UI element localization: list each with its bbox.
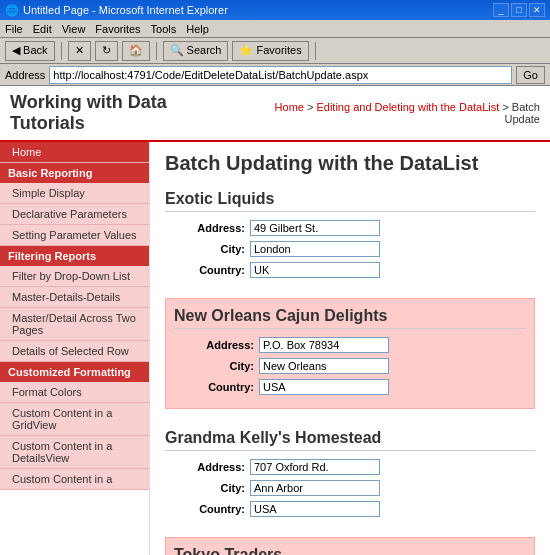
sidebar-item-home[interactable]: Home [0,142,149,163]
city-label-0: City: [185,243,250,255]
address-input-1[interactable] [259,337,389,353]
browser-icon: 🌐 [5,4,19,17]
breadcrumb-home[interactable]: Home [275,101,304,113]
title-bar: 🌐 Untitled Page - Microsoft Internet Exp… [0,0,550,20]
city-row-0: City: [165,241,535,257]
supplier-section-grandma-kellys: Grandma Kelly's Homestead Address: City:… [165,429,535,517]
sidebar-section-basic-reporting: Basic Reporting [0,163,149,183]
country-label-2: Country: [185,503,250,515]
menu-view[interactable]: View [62,23,86,35]
address-row-0: Address: [165,220,535,236]
sidebar-item-declarative-parameters[interactable]: Declarative Parameters [0,204,149,225]
stop-button[interactable]: ✕ [68,41,91,61]
sidebar-section-customized-formatting: Customized Formatting [0,362,149,382]
menu-tools[interactable]: Tools [151,23,177,35]
address-label-1: Address: [194,339,259,351]
address-label-2: Address: [185,461,250,473]
country-input-1[interactable] [259,379,389,395]
menu-bar: File Edit View Favorites Tools Help [0,20,550,38]
supplier-section-exotic-liquids: Exotic Liquids Address: City: Country: [165,190,535,278]
toolbar-separator2 [156,42,157,60]
address-input[interactable] [49,66,512,84]
city-input-1[interactable] [259,358,389,374]
sidebar-item-details-selected-row[interactable]: Details of Selected Row [0,341,149,362]
sidebar-item-master-details[interactable]: Master-Details-Details [0,287,149,308]
address-bar: Address Go [0,64,550,86]
sidebar-item-simple-display[interactable]: Simple Display [0,183,149,204]
menu-favorites[interactable]: Favorites [95,23,140,35]
breadcrumb-section[interactable]: Editing and Deleting with the DataList [316,101,499,113]
city-label-1: City: [194,360,259,372]
city-row-2: City: [165,480,535,496]
search-button[interactable]: 🔍 Search [163,41,229,61]
sidebar-section-filtering-reports: Filtering Reports [0,246,149,266]
go-button[interactable]: Go [516,66,545,84]
sidebar-item-custom-content-gridview[interactable]: Custom Content in a GridView [0,403,149,436]
site-title: Working with Data Tutorials [10,92,242,134]
browser-toolbar: ◀ Back ✕ ↻ 🏠 🔍 Search ⭐ Favorites [0,38,550,64]
country-row-0: Country: [165,262,535,278]
toolbar-separator [61,42,62,60]
breadcrumb: Home > Editing and Deleting with the Dat… [242,101,540,125]
address-input-2[interactable] [250,459,380,475]
supplier-name-0: Exotic Liquids [165,190,535,212]
supplier-section-new-orleans: New Orleans Cajun Delights Address: City… [165,298,535,409]
country-row-2: Country: [165,501,535,517]
menu-edit[interactable]: Edit [33,23,52,35]
sidebar-item-master-detail-across[interactable]: Master/Detail Across Two Pages [0,308,149,341]
country-input-2[interactable] [250,501,380,517]
sidebar-item-setting-parameter-values[interactable]: Setting Parameter Values [0,225,149,246]
close-button[interactable]: ✕ [529,3,545,17]
supplier-section-tokyo-traders: Tokyo Traders Address: City: Country: [165,537,535,555]
main-content: Batch Updating with the DataList Exotic … [150,142,550,555]
maximize-button[interactable]: □ [511,3,527,17]
address-input-0[interactable] [250,220,380,236]
minimize-button[interactable]: _ [493,3,509,17]
window-title: Untitled Page - Microsoft Internet Explo… [23,4,228,16]
window-controls[interactable]: _ □ ✕ [493,3,545,17]
favorites-button[interactable]: ⭐ Favorites [232,41,308,61]
toolbar-separator3 [315,42,316,60]
city-input-2[interactable] [250,480,380,496]
supplier-name-2: Grandma Kelly's Homestead [165,429,535,451]
sidebar-item-format-colors[interactable]: Format Colors [0,382,149,403]
address-row-1: Address: [174,337,526,353]
breadcrumb-separator: > [502,101,511,113]
country-row-1: Country: [174,379,526,395]
menu-file[interactable]: File [5,23,23,35]
home-button[interactable]: 🏠 [122,41,150,61]
address-label: Address [5,69,45,81]
page-header: Working with Data Tutorials Home > Editi… [0,86,550,142]
sidebar-item-filter-dropdown[interactable]: Filter by Drop-Down List [0,266,149,287]
country-label-1: Country: [194,381,259,393]
city-label-2: City: [185,482,250,494]
city-input-0[interactable] [250,241,380,257]
city-row-1: City: [174,358,526,374]
sidebar-item-custom-content-detailsview[interactable]: Custom Content in a DetailsView [0,436,149,469]
back-button[interactable]: ◀ Back [5,41,55,61]
country-label-0: Country: [185,264,250,276]
supplier-name-1: New Orleans Cajun Delights [174,307,526,329]
supplier-name-3: Tokyo Traders [174,546,526,555]
address-label-0: Address: [185,222,250,234]
address-row-2: Address: [165,459,535,475]
page-wrapper: Working with Data Tutorials Home > Editi… [0,86,550,555]
country-input-0[interactable] [250,262,380,278]
sidebar-item-custom-content-extra[interactable]: Custom Content in a [0,469,149,490]
page-body: Home Basic Reporting Simple Display Decl… [0,142,550,555]
page-title: Batch Updating with the DataList [165,152,535,175]
sidebar: Home Basic Reporting Simple Display Decl… [0,142,150,555]
menu-help[interactable]: Help [186,23,209,35]
refresh-button[interactable]: ↻ [95,41,118,61]
